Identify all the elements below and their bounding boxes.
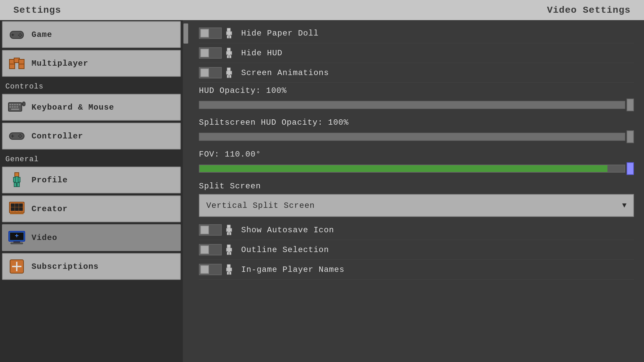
hide-paper-doll-toggle[interactable] (199, 27, 234, 39)
controller-icon (8, 127, 25, 145)
sidebar-item-creator[interactable]: Creator (2, 195, 181, 222)
svg-rect-84 (230, 248, 232, 251)
sidebar-item-video[interactable]: Video (2, 224, 181, 251)
section-title: Video Settings (547, 5, 631, 15)
toggle-track[interactable] (199, 47, 222, 59)
sidebar-item-multiplayer[interactable]: Multiplayer (2, 50, 181, 77)
svg-rect-91 (227, 272, 229, 275)
svg-point-29 (21, 135, 22, 137)
splitscreen-hud-opacity-label: Splitscreen HUD Opacity: 100% (199, 118, 634, 127)
svg-point-4 (21, 35, 22, 36)
toggle-icon (225, 224, 234, 236)
svg-rect-80 (229, 232, 231, 235)
split-screen-dropdown[interactable]: Vertical Split Screen ▼ (199, 194, 634, 217)
splitscreen-hud-opacity-section: Splitscreen HUD Opacity: 100% (199, 115, 634, 146)
toggle-track[interactable] (199, 244, 222, 255)
svg-rect-77 (228, 228, 230, 232)
toggle-track[interactable] (199, 224, 222, 236)
autosave-icon-row: Show Autosave Icon (199, 220, 634, 240)
ingame-player-names-toggle[interactable] (199, 264, 234, 275)
svg-rect-36 (14, 183, 16, 187)
svg-rect-19 (12, 106, 13, 108)
svg-rect-86 (229, 252, 231, 255)
controls-section-label: Controls (0, 78, 183, 93)
fov-slider-container[interactable] (199, 162, 634, 175)
sidebar-item-subscriptions[interactable]: Subscriptions (2, 253, 181, 280)
toggle-knob (200, 245, 209, 254)
dropdown-arrow-icon: ▼ (622, 201, 627, 210)
scroll-thumb[interactable] (183, 23, 188, 44)
svg-rect-21 (16, 106, 18, 108)
toggle-icon (225, 67, 234, 78)
toggle-knob (200, 49, 209, 57)
keyboard-icon (8, 99, 25, 116)
sidebar-item-game[interactable]: Game (2, 21, 181, 48)
settings-title: Settings (13, 5, 61, 15)
toggle-icon (225, 27, 234, 39)
svg-rect-88 (226, 268, 228, 271)
hud-opacity-thumb[interactable] (627, 99, 634, 111)
content-area: Hide Paper Doll Hide HUD (189, 20, 644, 362)
svg-rect-65 (228, 51, 230, 55)
scrollbar[interactable] (183, 20, 189, 362)
sidebar-item-controller[interactable]: Controller (2, 123, 181, 149)
sidebar-item-keyboard-mouse[interactable]: Keyboard & Mouse (2, 94, 181, 121)
svg-rect-16 (16, 104, 18, 105)
toggle-icon (225, 47, 234, 59)
sidebar-item-profile[interactable]: Profile (2, 167, 181, 193)
svg-rect-90 (230, 268, 232, 271)
toggle-knob (200, 226, 209, 234)
toggle-track[interactable] (199, 27, 222, 39)
svg-rect-58 (226, 32, 228, 35)
svg-rect-37 (17, 183, 19, 187)
svg-point-3 (19, 33, 21, 35)
svg-rect-83 (228, 247, 230, 252)
hide-hud-row: Hide HUD (199, 43, 634, 63)
video-icon (8, 229, 25, 246)
hide-hud-toggle[interactable] (199, 47, 234, 59)
hud-opacity-slider-container[interactable] (199, 99, 634, 111)
svg-rect-43 (21, 212, 23, 213)
controller-label: Controller (32, 132, 83, 141)
svg-point-6 (18, 35, 19, 36)
profile-icon (8, 171, 25, 189)
toggle-track[interactable] (199, 67, 222, 78)
screen-animations-toggle[interactable] (199, 67, 234, 78)
toggle-track[interactable] (199, 264, 222, 275)
toggle-knob (200, 68, 209, 77)
splitscreen-hud-slider-container[interactable] (199, 130, 634, 143)
splitscreen-hud-thumb[interactable] (627, 130, 634, 143)
toggle-knob (200, 29, 209, 38)
fov-section: FOV: 110.00° (199, 146, 634, 178)
fov-slider-track[interactable] (199, 165, 625, 173)
svg-rect-41 (14, 212, 16, 213)
main-layout: Game Multiplayer Controls (0, 20, 644, 362)
game-label: Game (32, 30, 52, 39)
splitscreen-hud-slider-track[interactable] (199, 133, 625, 141)
svg-rect-92 (229, 272, 231, 275)
hud-opacity-slider-track[interactable] (199, 101, 625, 109)
svg-rect-13 (9, 104, 11, 105)
multiplayer-icon (8, 55, 25, 72)
outline-selection-label: Outline Selection (241, 245, 329, 254)
svg-point-30 (19, 137, 21, 138)
sidebar: Game Multiplayer Controls (0, 20, 183, 362)
svg-point-28 (19, 134, 21, 135)
subscriptions-icon (8, 258, 25, 275)
profile-label: Profile (32, 176, 68, 185)
fov-fill (200, 165, 607, 172)
svg-rect-74 (229, 75, 231, 78)
header: Settings Video Settings (0, 0, 644, 20)
gamepad-icon (8, 26, 25, 43)
autosave-icon-toggle[interactable] (199, 224, 234, 236)
hud-opacity-label: HUD Opacity: 100% (199, 86, 634, 95)
outline-selection-toggle[interactable] (199, 244, 234, 255)
svg-rect-9 (19, 59, 24, 64)
svg-rect-66 (230, 51, 232, 55)
hud-opacity-fill (200, 102, 625, 108)
hud-opacity-section: HUD Opacity: 100% (199, 83, 634, 115)
subscriptions-label: Subscriptions (32, 262, 99, 271)
fov-thumb[interactable] (627, 162, 634, 175)
svg-rect-35 (18, 177, 20, 182)
svg-rect-89 (228, 267, 230, 272)
